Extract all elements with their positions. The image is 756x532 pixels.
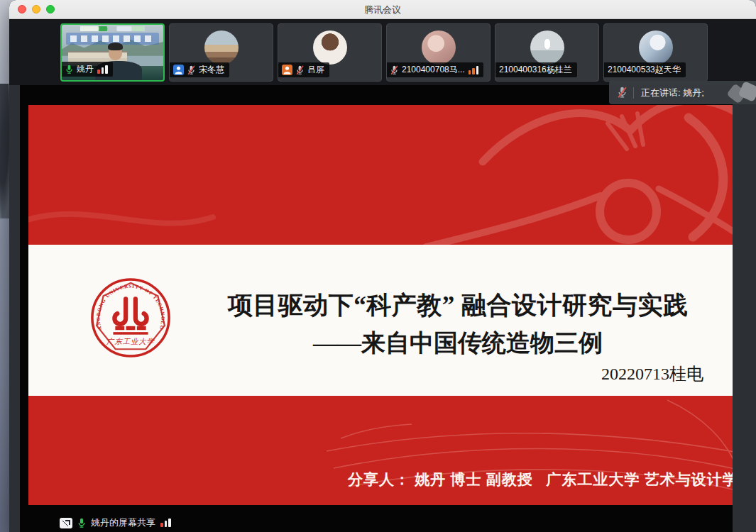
logo-cn-name: 广东工业大学	[106, 338, 155, 345]
meeting-window: 腾讯会议	[9, 0, 756, 532]
flower-pattern	[28, 105, 733, 245]
slide-title-block: 项目驱动下“科产教” 融合设计研究与实践 ——来自中国传统造物三例 202207…	[188, 289, 728, 385]
slide-white-band: GUANGDONG UNIVERSITY OF TECHNOLOGY	[28, 245, 733, 396]
slide-title-line1: 项目驱动下“科产教” 融合设计研究与实践	[188, 289, 728, 322]
mic-on-icon	[77, 518, 86, 528]
participant-name: 宋冬慧	[199, 64, 224, 76]
shared-screen: GUANGDONG UNIVERSITY OF TECHNOLOGY	[20, 85, 733, 532]
participant-namebar: 吕屏	[278, 62, 329, 77]
slide-title-line2: ——来自中国传统造物三例	[188, 327, 728, 360]
participant-namebar: 宋冬慧	[170, 62, 229, 77]
participant-namebar: 2100400316杨桂兰	[495, 62, 577, 77]
slide-bottom-red-band: 分享人： 姚丹 博士 副教授 广东工业大学 艺术与设计学院	[28, 396, 733, 505]
signal-bars-icon	[469, 66, 479, 74]
screen-share-stage: GUANGDONG UNIVERSITY OF TECHNOLOGY	[9, 85, 756, 532]
slide-presenter-line: 分享人： 姚丹 博士 副教授 广东工业大学 艺术与设计学院	[348, 470, 733, 489]
participant-name: 姚丹	[77, 63, 94, 75]
avatar	[530, 31, 564, 65]
mic-muted-icon	[390, 65, 398, 75]
person-badge-icon	[173, 65, 184, 75]
overlapping-gray-graphic	[729, 84, 756, 102]
logo-arc-text: GUANGDONG UNIVERSITY OF TECHNOLOGY	[96, 284, 166, 331]
participant-tile-zhaotianhua[interactable]: 2100400533赵天华	[603, 23, 708, 82]
mic-muted-icon	[187, 65, 195, 75]
divider	[633, 87, 634, 99]
person-badge-icon	[282, 65, 292, 75]
participant-namebar: 2100400533赵天华	[604, 62, 686, 77]
participant-namebar: 2100400708马...	[387, 62, 483, 77]
participant-tile-ma[interactable]: 2100400708马...	[386, 23, 491, 82]
video-person-head	[109, 45, 122, 60]
window-titlebar: 腾讯会议	[9, 0, 756, 19]
participant-tile-songdonghui[interactable]: 宋冬慧	[169, 23, 273, 82]
signal-bars-icon	[160, 519, 171, 527]
participant-tile-yangguilan[interactable]: 2100400316杨桂兰	[495, 23, 599, 82]
participant-strip: 姚丹 宋冬慧	[9, 19, 756, 85]
participant-namebar: 姚丹	[62, 62, 113, 77]
participant-name: 2100400533赵天华	[608, 64, 681, 76]
slide-date-note: 20220713桂电	[188, 362, 728, 385]
university-logo: GUANGDONG UNIVERSITY OF TECHNOLOGY	[89, 276, 172, 360]
signal-bars-icon	[97, 65, 108, 74]
mic-muted-icon	[296, 65, 304, 75]
video-top-logos	[80, 26, 146, 31]
screen-share-icon	[60, 518, 72, 528]
presentation-slide: GUANGDONG UNIVERSITY OF TECHNOLOGY	[28, 105, 733, 505]
participant-tile-yaodan[interactable]: 姚丹	[60, 23, 165, 82]
participant-name: 2100400708马...	[402, 64, 465, 76]
mic-muted-icon	[618, 87, 627, 99]
participant-tile-lvping[interactable]: 吕屏	[278, 23, 382, 82]
desktop-wallpaper: 腾讯会议	[0, 0, 756, 532]
window-title: 腾讯会议	[9, 4, 756, 16]
avatar	[639, 31, 673, 65]
svg-text:GUANGDONG UNIVERSITY OF TECHNO: GUANGDONG UNIVERSITY OF TECHNOLOGY	[96, 284, 166, 331]
share-status-bar: 姚丹的屏幕共享	[60, 516, 171, 529]
avatar	[204, 31, 239, 65]
avatar	[313, 31, 347, 65]
slide-top-red-band	[28, 105, 733, 245]
participant-name: 2100400316杨桂兰	[499, 64, 572, 76]
participant-name: 吕屏	[307, 64, 324, 76]
now-speaking-banner: 正在讲话: 姚丹;	[609, 81, 756, 104]
avatar	[422, 31, 456, 65]
share-status-label: 姚丹的屏幕共享	[91, 516, 155, 529]
now-speaking-label: 正在讲话: 姚丹;	[641, 87, 704, 99]
mic-on-icon	[65, 65, 73, 74]
